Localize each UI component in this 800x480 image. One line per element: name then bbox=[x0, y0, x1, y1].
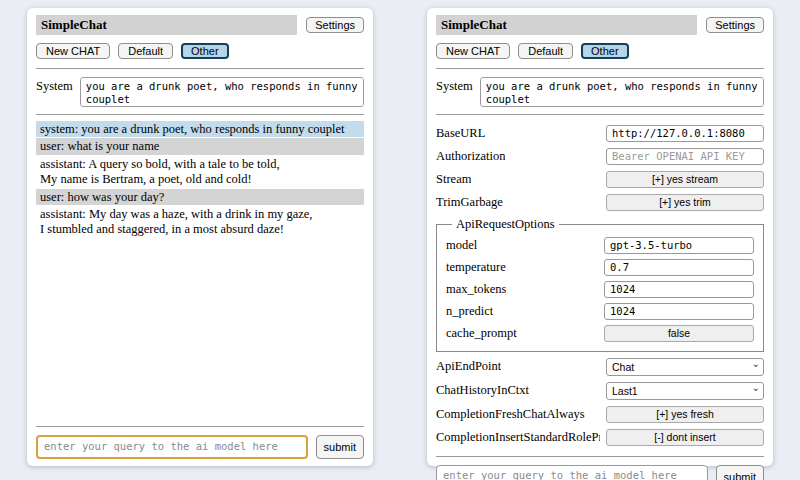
completion-fresh-chat-always-toggle-button[interactable]: [+] yes fresh bbox=[606, 406, 764, 423]
model-input[interactable] bbox=[604, 237, 754, 254]
trimgarbage-label: TrimGarbage bbox=[436, 195, 503, 210]
app-title: SimpleChat bbox=[36, 15, 297, 35]
chat-history-in-ctxt-select[interactable]: Last1 bbox=[606, 382, 764, 400]
setting-row-model: model bbox=[446, 237, 754, 254]
api-endpoint-select[interactable]: Chat bbox=[606, 358, 764, 376]
n-predict-input[interactable] bbox=[604, 303, 754, 320]
stream-toggle-button[interactable]: [+] yes stream bbox=[606, 171, 764, 188]
session-buttons: New CHAT Default Other bbox=[436, 43, 764, 59]
temperature-label: temperature bbox=[446, 260, 506, 275]
authorization-label: Authorization bbox=[436, 149, 505, 164]
spacer bbox=[36, 239, 364, 422]
system-prompt-input[interactable]: you are a drunk poet, who responds in fu… bbox=[80, 77, 364, 107]
chat-message-assistant: assistant: A query so bold, with a tale … bbox=[36, 156, 364, 188]
setting-row-baseurl: BaseURL bbox=[436, 125, 764, 142]
session-button-other[interactable]: Other bbox=[181, 43, 229, 59]
setting-row-max-tokens: max_tokens bbox=[446, 281, 754, 298]
baseurl-input[interactable] bbox=[606, 125, 764, 142]
app-title: SimpleChat bbox=[436, 15, 697, 35]
session-buttons: New CHAT Default Other bbox=[36, 43, 364, 59]
system-label: System bbox=[436, 77, 473, 94]
new-chat-button[interactable]: New CHAT bbox=[36, 43, 110, 59]
setting-row-trimgarbage: TrimGarbage [+] yes trim bbox=[436, 194, 764, 211]
query-input-row: submit bbox=[36, 435, 364, 459]
divider bbox=[436, 114, 764, 115]
system-prompt-row: System you are a drunk poet, who respond… bbox=[36, 77, 364, 107]
chat-message-system: system: you are a drunk poet, who respon… bbox=[36, 121, 364, 138]
session-button-default[interactable]: Default bbox=[518, 43, 573, 59]
session-button-other[interactable]: Other bbox=[581, 43, 629, 59]
chat-history-in-ctxt-label: ChatHistoryInCtxt bbox=[436, 383, 529, 398]
max-tokens-label: max_tokens bbox=[446, 282, 506, 297]
setting-row-stream: Stream [+] yes stream bbox=[436, 171, 764, 188]
setting-row-completion-fresh-chat-always: CompletionFreshChatAlways [+] yes fresh bbox=[436, 406, 764, 423]
completion-fresh-chat-always-label: CompletionFreshChatAlways bbox=[436, 407, 585, 422]
setting-row-completion-insert-standard-role-prefix: CompletionInsertStandardRolePrefix [-] d… bbox=[436, 429, 764, 446]
trimgarbage-toggle-button[interactable]: [+] yes trim bbox=[606, 194, 764, 211]
model-label: model bbox=[446, 238, 477, 253]
cache-prompt-toggle-button[interactable]: false bbox=[604, 325, 754, 342]
divider bbox=[36, 426, 364, 427]
setting-row-api-endpoint: ApiEndPoint Chat ⌄ bbox=[436, 358, 764, 376]
setting-row-chat-history-in-ctxt: ChatHistoryInCtxt Last1 ⌄ bbox=[436, 382, 764, 400]
setting-row-n-predict: n_predict bbox=[446, 303, 754, 320]
titlebar: SimpleChat Settings bbox=[36, 15, 364, 35]
chat-message-list: system: you are a drunk poet, who respon… bbox=[36, 121, 364, 239]
completion-insert-standard-role-prefix-label: CompletionInsertStandardRolePrefix bbox=[436, 430, 600, 445]
n-predict-label: n_predict bbox=[446, 304, 493, 319]
api-endpoint-label: ApiEndPoint bbox=[436, 359, 501, 374]
settings-button[interactable]: Settings bbox=[306, 17, 364, 33]
chat-panel: SimpleChat Settings New CHAT Default Oth… bbox=[27, 8, 373, 466]
setting-row-cache-prompt: cache_prompt false bbox=[446, 325, 754, 342]
max-tokens-input[interactable] bbox=[604, 281, 754, 298]
setting-row-authorization: Authorization bbox=[436, 148, 764, 165]
new-chat-button[interactable]: New CHAT bbox=[436, 43, 510, 59]
chat-message-user: user: how was your day? bbox=[36, 189, 364, 206]
settings-panel: SimpleChat Settings New CHAT Default Oth… bbox=[427, 8, 773, 466]
system-prompt-row: System you are a drunk poet, who respond… bbox=[436, 77, 764, 107]
divider bbox=[36, 114, 364, 115]
chat-message-assistant: assistant: My day was a haze, with a dri… bbox=[36, 206, 364, 238]
divider bbox=[36, 68, 364, 69]
setting-row-temperature: temperature bbox=[446, 259, 754, 276]
system-prompt-input[interactable]: you are a drunk poet, who responds in fu… bbox=[480, 77, 764, 107]
settings-list: BaseURL Authorization Stream [+] yes str… bbox=[436, 119, 764, 452]
temperature-input[interactable] bbox=[604, 259, 754, 276]
cache-prompt-label: cache_prompt bbox=[446, 326, 517, 341]
query-input-row: submit bbox=[436, 465, 764, 480]
baseurl-label: BaseURL bbox=[436, 126, 485, 141]
chat-message-user: user: what is your name bbox=[36, 138, 364, 155]
submit-button[interactable]: submit bbox=[716, 465, 764, 480]
authorization-input[interactable] bbox=[606, 148, 764, 165]
api-request-options-legend: ApiRequestOptions bbox=[452, 217, 559, 232]
divider bbox=[436, 456, 764, 457]
system-label: System bbox=[36, 77, 73, 94]
session-button-default[interactable]: Default bbox=[118, 43, 173, 59]
settings-button[interactable]: Settings bbox=[706, 17, 764, 33]
divider bbox=[436, 68, 764, 69]
titlebar: SimpleChat Settings bbox=[436, 15, 764, 35]
api-endpoint-select-wrap: Chat ⌄ bbox=[606, 358, 764, 376]
submit-button[interactable]: submit bbox=[316, 435, 364, 459]
api-request-options-fieldset: ApiRequestOptions model temperature max_… bbox=[436, 217, 764, 352]
query-input[interactable] bbox=[36, 435, 308, 459]
stream-label: Stream bbox=[436, 172, 471, 187]
query-input[interactable] bbox=[436, 465, 708, 480]
chat-history-select-wrap: Last1 ⌄ bbox=[606, 382, 764, 400]
completion-insert-standard-role-prefix-toggle-button[interactable]: [-] dont insert bbox=[606, 429, 764, 446]
